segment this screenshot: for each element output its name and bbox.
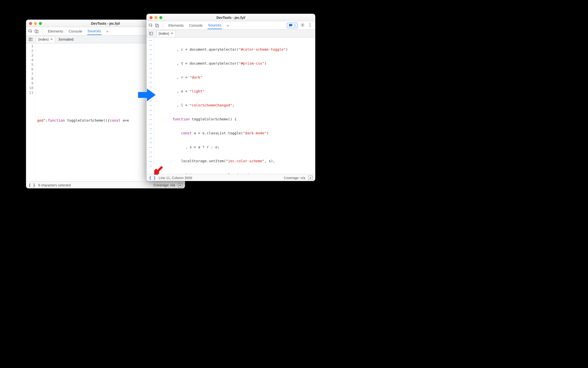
svg-rect-0 (29, 30, 31, 32)
pretty-print-button[interactable]: { } (29, 183, 35, 187)
device-toggle-icon[interactable] (154, 23, 160, 28)
file-tab-label: (index) (159, 32, 169, 35)
tab-console[interactable]: Console (68, 28, 83, 35)
inspect-icon[interactable] (148, 23, 153, 28)
status-bar: { } 9 characters selected Coverage: n/a (26, 181, 185, 188)
panel-tabs: Elements Console Sources » (47, 27, 109, 35)
status-bar: { } Line 11, Column 3939 Coverage: n/a (147, 174, 315, 181)
issues-button[interactable]: 1 (287, 23, 297, 28)
tabs-overflow-icon[interactable]: » (106, 28, 109, 35)
coverage-text: Coverage: n/a (284, 176, 305, 180)
annotation-red-arrow-icon (154, 166, 163, 176)
status-text: Line 11, Column 3939 (159, 176, 192, 180)
titlebar[interactable]: DevTools - jec.fyi/ (147, 14, 315, 21)
svg-point-8 (310, 23, 310, 24)
svg-point-10 (310, 26, 310, 27)
tab-console[interactable]: Console (189, 22, 203, 29)
separator (42, 29, 43, 34)
separator (163, 23, 163, 28)
file-tab-label: (index) (38, 37, 49, 41)
file-tab-label: :formatted (58, 37, 73, 41)
toolbar-right: 1 (287, 23, 312, 28)
file-tab-index[interactable]: (index) ✕ (156, 30, 176, 37)
file-tab-index[interactable]: (index) ✕ (36, 36, 55, 43)
navigator-toggle-icon[interactable] (28, 36, 34, 42)
window-controls (29, 22, 42, 25)
inspect-icon[interactable] (28, 29, 33, 34)
tabs-overflow-icon[interactable]: » (226, 22, 229, 29)
devtools-window-right: DevTools - jec.fyi/ Elements Console Sou… (146, 14, 315, 181)
minimize-window-icon[interactable] (154, 16, 157, 19)
zoom-window-icon[interactable] (39, 22, 42, 25)
window-title: DevTools - jec.fyi/ (147, 16, 315, 20)
window-controls (150, 16, 162, 19)
status-text: 9 characters selected (38, 183, 71, 187)
tab-elements[interactable]: Elements (47, 28, 64, 35)
device-toggle-icon[interactable] (34, 29, 39, 34)
tab-sources[interactable]: Sources (208, 22, 222, 29)
code-editor[interactable]: ––––––– ––––––– ––––––– ––––––– , c = do… (147, 37, 315, 174)
annotation-blue-arrow-icon (137, 88, 157, 102)
minimize-window-icon[interactable] (34, 22, 37, 25)
settings-icon[interactable] (300, 23, 305, 28)
file-tab-formatted[interactable]: :formatted (56, 36, 75, 42)
svg-rect-4 (149, 24, 152, 26)
pretty-print-button[interactable]: { } (149, 176, 156, 180)
zoom-window-icon[interactable] (159, 16, 162, 19)
line-gutter: 1 2 3 4 5 6 7 8 9 10 11 (26, 43, 35, 181)
svg-rect-6 (157, 25, 159, 27)
line-gutter: ––––––– ––––––– ––––––– ––––––– (147, 37, 154, 174)
svg-point-7 (302, 24, 303, 26)
svg-rect-2 (36, 31, 38, 33)
close-window-icon[interactable] (150, 16, 153, 19)
tab-elements[interactable]: Elements (168, 22, 184, 29)
panel-tabs: Elements Console Sources » (168, 22, 229, 29)
code-content[interactable]: , c = document.querySelector("#color-sch… (154, 37, 292, 174)
issues-count: 1 (294, 23, 296, 27)
code-content[interactable]: ged";function toggleColorScheme(){const … (35, 43, 129, 181)
close-tab-icon[interactable]: ✕ (50, 37, 53, 41)
devtools-toolbar: Elements Console Sources » 1 (147, 21, 315, 30)
close-tab-icon[interactable]: ✕ (171, 32, 173, 35)
coverage-text: Coverage: n/a (153, 183, 175, 187)
close-window-icon[interactable] (29, 22, 32, 25)
source-map-toggle-icon[interactable] (178, 183, 182, 187)
svg-rect-11 (150, 32, 153, 35)
more-menu-icon[interactable] (308, 23, 312, 28)
tab-sources[interactable]: Sources (87, 27, 102, 35)
navigator-toggle-icon[interactable] (148, 31, 154, 36)
source-map-toggle-icon[interactable] (308, 176, 313, 180)
file-tabstrip: (index) ✕ (147, 30, 315, 37)
svg-point-9 (310, 25, 310, 25)
